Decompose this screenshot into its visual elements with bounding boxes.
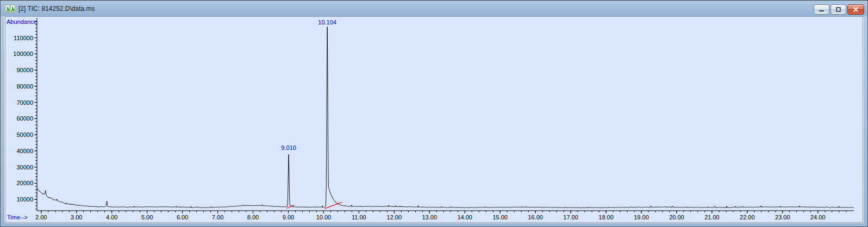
svg-text:Abundance: Abundance (7, 18, 37, 25)
svg-text:10.104: 10.104 (318, 19, 336, 26)
maximize-icon (835, 7, 841, 12)
svg-text:3.00: 3.00 (71, 214, 82, 220)
svg-text:9.010: 9.010 (281, 144, 296, 151)
svg-text:12.00: 12.00 (387, 214, 402, 220)
svg-text:24.00: 24.00 (810, 214, 826, 220)
svg-text:13.00: 13.00 (422, 214, 438, 220)
svg-text:Time-->: Time--> (7, 214, 28, 220)
svg-text:30000: 30000 (16, 164, 33, 171)
svg-text:22.00: 22.00 (740, 214, 755, 220)
svg-text:11.00: 11.00 (352, 214, 366, 220)
close-button[interactable] (847, 4, 864, 15)
svg-text:90000: 90000 (16, 67, 33, 73)
svg-text:8.00: 8.00 (247, 214, 259, 220)
svg-text:100000: 100000 (13, 51, 33, 57)
svg-text:7.00: 7.00 (212, 214, 223, 220)
svg-text:40000: 40000 (16, 148, 33, 154)
svg-text:5.00: 5.00 (141, 214, 153, 220)
svg-text:110000: 110000 (14, 35, 33, 41)
svg-text:15.00: 15.00 (492, 214, 508, 220)
svg-text:4.00: 4.00 (106, 214, 117, 220)
svg-text:16.00: 16.00 (528, 214, 543, 220)
svg-text:17.00: 17.00 (563, 214, 578, 220)
chromatogram-svg[interactable]: 1000020000300004000050000600007000080000… (5, 17, 863, 222)
svg-text:70000: 70000 (16, 99, 33, 106)
window-title: [2] TIC: 814252.D\data.ms (18, 5, 95, 12)
svg-text:10000: 10000 (16, 196, 33, 203)
svg-text:20000: 20000 (16, 180, 33, 186)
svg-text:6.00: 6.00 (177, 214, 188, 220)
chemstation-chromatogram-window: [2] TIC: 814252.D\data.ms 10000200003000… (0, 0, 868, 227)
window-controls (814, 4, 864, 15)
svg-text:50000: 50000 (16, 131, 33, 138)
svg-text:14.00: 14.00 (457, 214, 472, 220)
svg-text:18.00: 18.00 (598, 214, 614, 220)
svg-text:9.00: 9.00 (283, 214, 294, 220)
maximize-button[interactable] (830, 4, 846, 15)
svg-text:10.00: 10.00 (316, 214, 332, 220)
svg-text:19.00: 19.00 (634, 214, 649, 220)
svg-text:2.00: 2.00 (35, 214, 47, 220)
title-bar[interactable]: [2] TIC: 814252.D\data.ms (1, 1, 867, 16)
svg-text:21.00: 21.00 (704, 214, 720, 220)
chromatogram-icon (5, 4, 15, 12)
close-icon (853, 7, 859, 12)
chromatogram-plot-area[interactable]: 1000020000300004000050000600007000080000… (5, 16, 863, 223)
minimize-button[interactable] (814, 4, 829, 15)
minimize-icon (819, 7, 825, 12)
svg-text:60000: 60000 (16, 115, 33, 122)
svg-text:80000: 80000 (16, 83, 33, 90)
svg-text:23.00: 23.00 (775, 214, 790, 220)
svg-text:20.00: 20.00 (669, 214, 684, 220)
